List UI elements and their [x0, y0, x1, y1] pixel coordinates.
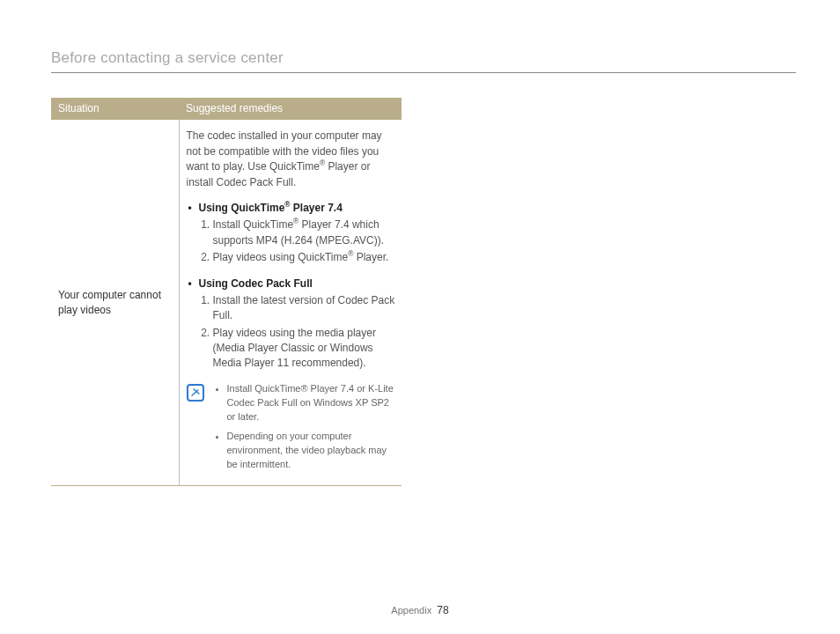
quicktime-steps: Install QuickTime® Player 7.4 which supp… [213, 217, 397, 265]
list-item: Play videos using the media player (Medi… [213, 326, 397, 372]
note-icon [187, 384, 204, 402]
remedy-cell: The codec installed in your computer may… [179, 120, 402, 486]
remedy-intro: The codec installed in your computer may… [187, 129, 397, 190]
situation-text: Your computer cannot play videos [51, 120, 179, 486]
troubleshoot-table: Situation Suggested remedies Your comput… [51, 98, 402, 486]
footer-section: Appendix [391, 605, 431, 616]
list-item: Install QuickTime® Player 7.4 or K-Lite … [227, 382, 397, 424]
col-situation: Situation [51, 98, 179, 120]
list-item: Install QuickTime® Player 7.4 which supp… [213, 217, 397, 248]
note-block: Install QuickTime® Player 7.4 or K-Lite … [187, 382, 397, 477]
page-footer: Appendix 78 [0, 604, 840, 616]
note-list: Install QuickTime® Player 7.4 or K-Lite … [227, 382, 397, 477]
list-item: Play videos using QuickTime® Player. [213, 250, 397, 265]
codecpack-heading: Using Codec Pack Full [187, 276, 397, 291]
codecpack-steps: Install the latest version of Codec Pack… [213, 293, 397, 372]
section-title: Before contacting a service center [51, 49, 796, 73]
table-row: Your computer cannot play videos The cod… [51, 120, 402, 486]
list-item: Depending on your computer environment, … [227, 430, 397, 472]
page-number: 78 [437, 604, 448, 616]
quicktime-heading: Using QuickTime® Player 7.4 [187, 201, 397, 216]
list-item: Install the latest version of Codec Pack… [213, 293, 397, 324]
col-remedies: Suggested remedies [179, 98, 402, 120]
